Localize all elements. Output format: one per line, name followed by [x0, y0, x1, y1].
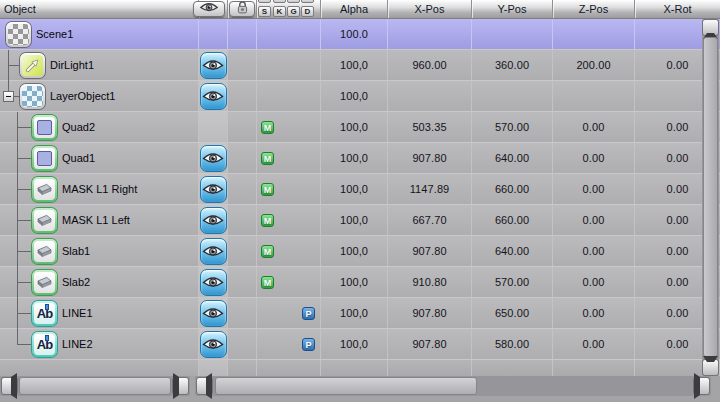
collapse-toggle-minus[interactable] [3, 91, 14, 102]
lock-cell[interactable] [228, 19, 257, 49]
visibility-cell[interactable] [199, 19, 228, 49]
z-pos-value[interactable]: 0.00 [553, 112, 635, 142]
eye-icon[interactable] [200, 145, 227, 172]
eye-icon[interactable] [200, 52, 227, 79]
visibility-cell[interactable] [199, 50, 228, 80]
y-pos-value[interactable]: 570.00 [472, 112, 553, 142]
object-cell[interactable]: Slab1 [0, 236, 199, 266]
material-badge[interactable]: M [261, 121, 274, 134]
visibility-cell[interactable] [199, 236, 228, 266]
tree-row-mask-l1-left[interactable]: MASK L1 LeftM100,0667.70660.000.000.00 [0, 205, 720, 236]
y-pos-value[interactable]: 580.00 [472, 329, 553, 359]
visibility-cell[interactable] [199, 143, 228, 173]
visibility-cell[interactable] [199, 81, 228, 111]
y-pos-value[interactable]: 640.00 [472, 143, 553, 173]
x-pos-value[interactable]: 907.80 [388, 298, 472, 328]
horizontal-scrollbar-tree[interactable] [0, 376, 190, 396]
eye-icon[interactable] [200, 269, 227, 296]
scroll-up-button[interactable] [702, 19, 719, 36]
header-button-d[interactable]: D [301, 6, 314, 17]
alpha-value[interactable]: 100,0 [321, 329, 388, 359]
tree-row-line2[interactable]: AbLINE2P100,0907.80580.000.000.00 [0, 329, 720, 360]
parameter-badge[interactable]: P [302, 338, 315, 351]
parameter-badge[interactable]: P [302, 307, 315, 320]
x-pos-value[interactable] [388, 81, 472, 111]
z-pos-value[interactable]: 0.00 [553, 174, 635, 204]
visibility-cell[interactable] [199, 298, 228, 328]
alpha-value[interactable]: 100.0 [321, 19, 388, 49]
y-pos-value[interactable]: 640.00 [472, 236, 553, 266]
alpha-value[interactable]: 100,0 [321, 143, 388, 173]
x-pos-value[interactable]: 907.80 [388, 329, 472, 359]
lock-cell[interactable] [228, 112, 257, 142]
tree-row-scene1[interactable]: Scene1100.0 [0, 19, 720, 50]
z-pos-value[interactable]: 0.00 [553, 143, 635, 173]
lock-cell[interactable] [228, 205, 257, 235]
x-pos-value[interactable]: 503.35 [388, 112, 472, 142]
eye-icon[interactable] [200, 238, 227, 265]
lock-cell[interactable] [228, 267, 257, 297]
header-mini-button-top-4[interactable] [301, 0, 314, 3]
object-cell[interactable]: Quad2 [0, 112, 199, 142]
material-badge[interactable]: M [261, 276, 274, 289]
alpha-value[interactable]: 100,0 [321, 205, 388, 235]
y-pos-value[interactable] [472, 19, 553, 49]
object-cell[interactable]: Slab2 [0, 267, 199, 297]
eye-icon[interactable] [200, 83, 227, 110]
z-pos-value[interactable] [553, 81, 635, 111]
z-pos-value[interactable]: 0.00 [553, 329, 635, 359]
object-cell[interactable]: AbLINE2 [0, 329, 199, 359]
header-mini-button-top-3[interactable] [287, 0, 300, 3]
lock-cell[interactable] [228, 143, 257, 173]
horizontal-scrollbar-table-thumb[interactable] [215, 377, 477, 395]
visibility-cell[interactable] [199, 112, 228, 142]
z-pos-value[interactable]: 0.00 [553, 267, 635, 297]
z-pos-value[interactable]: 200.00 [553, 50, 635, 80]
y-pos-value[interactable]: 650.00 [472, 298, 553, 328]
scroll-right-button[interactable] [693, 377, 710, 395]
x-pos-value[interactable]: 907.80 [388, 236, 472, 266]
tree-row-dirlight1[interactable]: DirLight1100,0960.00360.00200.000.00 [0, 50, 720, 81]
x-pos-value[interactable]: 907.80 [388, 143, 472, 173]
x-pos-value[interactable] [388, 19, 472, 49]
header-mini-button-top-1[interactable] [258, 0, 271, 3]
alpha-value[interactable]: 100,0 [321, 81, 388, 111]
z-pos-value[interactable]: 0.00 [553, 298, 635, 328]
lock-cell[interactable] [228, 81, 257, 111]
toggle-all-visibility-button[interactable] [193, 1, 225, 17]
visibility-cell[interactable] [199, 174, 228, 204]
tree-row-line1[interactable]: AbLINE1P100,0907.80650.000.000.00 [0, 298, 720, 329]
object-cell[interactable]: LayerObject1 [0, 81, 199, 111]
alpha-value[interactable]: 100,0 [321, 50, 388, 80]
y-pos-value[interactable]: 360.00 [472, 50, 553, 80]
header-button-g[interactable]: G [287, 6, 300, 17]
alpha-value[interactable]: 100,0 [321, 236, 388, 266]
lock-cell[interactable] [228, 50, 257, 80]
lock-cell[interactable] [228, 298, 257, 328]
material-badge[interactable]: M [261, 245, 274, 258]
object-cell[interactable]: Scene1 [0, 19, 199, 49]
toggle-all-lock-button[interactable] [229, 1, 255, 17]
tree-row-layerobject1[interactable]: LayerObject1100,0 [0, 81, 720, 112]
lock-cell[interactable] [228, 329, 257, 359]
x-pos-value[interactable]: 667.70 [388, 205, 472, 235]
header-button-k[interactable]: K [273, 6, 286, 17]
visibility-cell[interactable] [199, 267, 228, 297]
object-cell[interactable]: Quad1 [0, 143, 199, 173]
lock-cell[interactable] [228, 174, 257, 204]
scroll-left-button[interactable] [1, 377, 18, 395]
horizontal-scrollbar-tree-thumb[interactable] [19, 377, 171, 395]
material-badge[interactable]: M [261, 214, 274, 227]
x-pos-value[interactable]: 1147.89 [388, 174, 472, 204]
horizontal-scrollbar-table[interactable] [195, 376, 711, 396]
object-cell[interactable]: AbLINE1 [0, 298, 199, 328]
eye-icon[interactable] [200, 207, 227, 234]
z-pos-value[interactable]: 0.00 [553, 236, 635, 266]
tree-row-quad2[interactable]: Quad2M100,0503.35570.000.000.00 [0, 112, 720, 143]
x-pos-value[interactable]: 960.00 [388, 50, 472, 80]
tree-row-slab2[interactable]: Slab2M100,0910.80570.000.000.00 [0, 267, 720, 298]
y-pos-value[interactable] [472, 81, 553, 111]
alpha-value[interactable]: 100,0 [321, 298, 388, 328]
alpha-value[interactable]: 100,0 [321, 174, 388, 204]
tree-row-mask-l1-right[interactable]: MASK L1 RightM100,01147.89660.000.000.00 [0, 174, 720, 205]
